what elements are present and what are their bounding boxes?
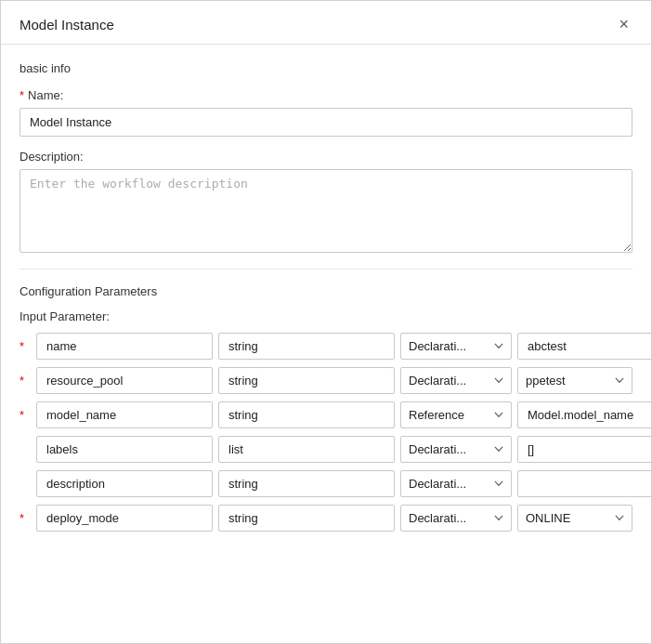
- param-value-select[interactable]: ppetest: [517, 367, 632, 394]
- param-type-input[interactable]: [218, 333, 395, 360]
- param-value-select[interactable]: ONLINE: [517, 505, 632, 532]
- description-label: Description:: [20, 150, 632, 164]
- name-label-text: Name:: [28, 88, 63, 102]
- param-row: *Declarati...: [20, 333, 632, 360]
- param-value-input[interactable]: [517, 470, 651, 497]
- param-name-input[interactable]: [36, 401, 213, 428]
- model-instance-dialog: Model Instance × basic info * Name: Desc…: [0, 0, 652, 644]
- param-mode-select[interactable]: Declarati...: [400, 367, 512, 394]
- param-row: *Declarati...ppetest: [20, 367, 632, 394]
- name-field-group: * Name:: [20, 88, 632, 137]
- param-name-input[interactable]: [36, 367, 213, 394]
- param-required-star: *: [20, 511, 31, 525]
- param-row: *Reference: [20, 401, 632, 428]
- param-name-input[interactable]: [36, 436, 213, 463]
- params-container: *Declarati...*Declarati...ppetest*Refere…: [20, 333, 632, 532]
- close-button[interactable]: ×: [615, 14, 632, 34]
- param-row: *Declarati...ONLINE: [20, 505, 632, 532]
- param-type-input[interactable]: [218, 367, 395, 394]
- param-value-input[interactable]: [517, 436, 651, 463]
- param-type-input[interactable]: [218, 436, 395, 463]
- param-mode-select[interactable]: Reference: [400, 401, 512, 428]
- param-required-star: *: [20, 408, 31, 422]
- param-value-input[interactable]: [517, 333, 651, 360]
- param-mode-select[interactable]: Declarati...: [400, 505, 512, 532]
- name-label: * Name:: [20, 88, 632, 102]
- param-name-input[interactable]: [36, 505, 213, 532]
- param-mode-select[interactable]: Declarati...: [400, 470, 512, 497]
- input-param-label: Input Parameter:: [20, 309, 632, 323]
- dialog-header: Model Instance ×: [1, 1, 651, 45]
- dialog-title: Model Instance: [20, 17, 114, 33]
- name-input[interactable]: [20, 108, 632, 137]
- param-type-input[interactable]: [218, 401, 395, 428]
- description-textarea[interactable]: [20, 169, 632, 253]
- param-mode-select[interactable]: Declarati...: [400, 436, 512, 463]
- description-label-text: Description:: [20, 150, 84, 164]
- description-field-group: Description:: [20, 150, 632, 256]
- basic-info-section-label: basic info: [20, 61, 632, 75]
- param-required-star: *: [20, 339, 31, 353]
- param-mode-select[interactable]: Declarati...: [400, 333, 512, 360]
- param-name-input[interactable]: [36, 333, 213, 360]
- param-name-input[interactable]: [36, 470, 213, 497]
- config-section-label: Configuration Parameters: [20, 284, 632, 298]
- dialog-body: basic info * Name: Description: Configur…: [1, 45, 651, 643]
- name-required-star: *: [20, 88, 24, 102]
- param-value-input[interactable]: [517, 401, 651, 428]
- param-row: Declarati...: [20, 470, 632, 497]
- param-type-input[interactable]: [218, 505, 395, 532]
- section-divider: [20, 269, 632, 269]
- param-type-input[interactable]: [218, 470, 395, 497]
- param-row: Declarati...: [20, 436, 632, 463]
- param-required-star: *: [20, 374, 31, 388]
